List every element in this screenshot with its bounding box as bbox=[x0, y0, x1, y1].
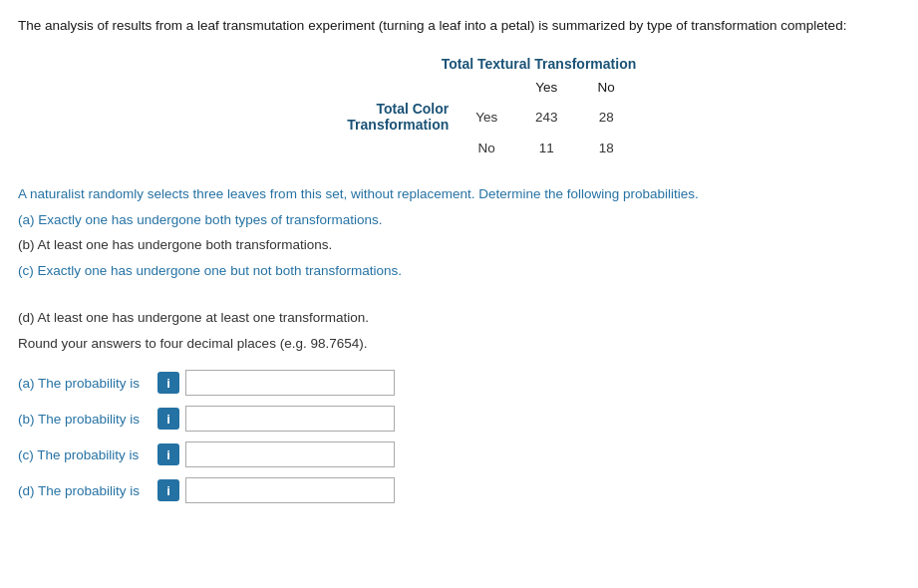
empty-cell-1 bbox=[297, 84, 457, 92]
answer-row-d: (d) The probability is i bbox=[18, 477, 900, 503]
answer-d-input[interactable] bbox=[185, 477, 395, 503]
questions-section: A naturalist randomly selects three leav… bbox=[18, 183, 900, 354]
answer-row-a: (a) The probability is i bbox=[18, 370, 900, 396]
contingency-table: Total Textural Transformation Yes No Tot… bbox=[282, 56, 637, 159]
val-nn: 18 bbox=[576, 137, 636, 159]
answer-c-input[interactable] bbox=[185, 441, 395, 467]
intro-text: The analysis of results from a leaf tran… bbox=[18, 16, 900, 36]
top-header: Total Textural Transformation bbox=[442, 56, 637, 72]
part-b-question: (b) At least one has undergone both tran… bbox=[18, 234, 900, 256]
answer-row-b: (b) The probability is i bbox=[18, 406, 900, 432]
answer-d-info-badge[interactable]: i bbox=[157, 479, 179, 501]
val-yy: 243 bbox=[516, 106, 576, 129]
empty-row-label bbox=[297, 147, 457, 150]
answer-b-info-badge[interactable]: i bbox=[157, 408, 179, 430]
val-ny: 11 bbox=[516, 137, 576, 159]
answer-a-label: (a) The probability is bbox=[18, 376, 157, 391]
answer-section: (a) The probability is i (b) The probabi… bbox=[18, 370, 900, 503]
answer-a-input[interactable] bbox=[185, 370, 395, 396]
answer-b-input[interactable] bbox=[185, 406, 395, 432]
val-yn: 28 bbox=[576, 106, 636, 129]
part-a-question: (a) Exactly one has undergone both types… bbox=[18, 209, 900, 231]
part-c-question: (c) Exactly one has undergone one but no… bbox=[18, 260, 900, 282]
answer-c-label: (c) The probability is bbox=[18, 447, 157, 462]
col-yes-header: Yes bbox=[516, 78, 576, 97]
answer-d-label: (d) The probability is bbox=[18, 483, 157, 498]
part-d-question-line2: Round your answers to four decimal place… bbox=[18, 333, 900, 355]
empty-cell-2 bbox=[457, 84, 516, 92]
answer-c-info-badge[interactable]: i bbox=[157, 443, 179, 465]
table-section: Total Textural Transformation Yes No Tot… bbox=[18, 56, 900, 159]
questions-intro: A naturalist randomly selects three leav… bbox=[18, 183, 900, 205]
row-yes-label: Yes bbox=[457, 108, 516, 127]
questions-intro-text: A naturalist randomly selects three leav… bbox=[18, 186, 699, 201]
answer-row-c: (c) The probability is i bbox=[18, 441, 900, 467]
col-no-header: No bbox=[576, 78, 636, 97]
row-no-label: No bbox=[457, 139, 516, 157]
answer-b-label: (b) The probability is bbox=[18, 412, 157, 427]
table-grid: Yes No Total Color Transformation Yes 24… bbox=[297, 78, 636, 159]
row-header-label: Total Color Transformation bbox=[297, 97, 457, 137]
part-d-question-line1: (d) At least one has undergone at least … bbox=[18, 307, 900, 329]
answer-a-info-badge[interactable]: i bbox=[157, 372, 179, 394]
